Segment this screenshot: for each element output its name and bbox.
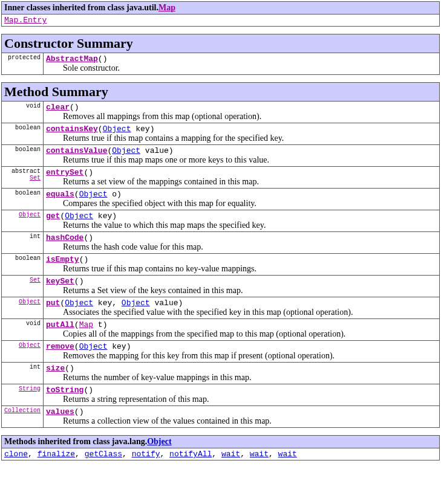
method-sig-text: key, [93,299,122,308]
method-desc: Returns true if this map contains no key… [63,264,437,274]
method-return-type-link[interactable]: Object [19,212,41,218]
constructor-link[interactable]: AbstractMap [46,54,98,63]
inherited-method-link[interactable]: wait [250,450,269,459]
method-modifier: boolean [2,189,44,210]
method-desc: Returns a Set view of the keys contained… [63,286,437,296]
method-row: Objectput(Object key, Object value)Assoc… [2,297,440,319]
method-name-link[interactable]: keySet [46,277,74,286]
method-sig-text: value) [150,299,183,308]
method-sig-text: key) [107,342,131,351]
method-name-link[interactable]: get [46,212,60,221]
method-modifier: void [2,102,44,123]
method-sig-text: () [83,233,93,242]
method-name-link[interactable]: size [46,364,65,373]
method-return-type-link[interactable]: Set [30,277,41,283]
method-name-link[interactable]: equals [46,190,74,199]
method-sig-cell: containsKey(Object key)Returns true if t… [44,123,440,145]
inherited-header: Methods inherited from class java.lang.O… [2,436,440,448]
constructor-params: () [98,54,108,63]
method-return-type-link[interactable]: String [19,386,41,392]
method-row: StringtoString()Returns a string represe… [2,384,440,406]
method-sig-text: () [74,277,84,286]
method-desc: Returns the number of key-value mappings… [63,373,437,383]
method-desc: Associates the specified value with the … [63,308,437,317]
method-sig-text: ( [74,320,79,329]
method-sig-cell: entrySet()Returns a set view of the mapp… [44,167,440,189]
method-sig-cell: values()Returns a collection view of the… [44,406,440,428]
method-sig-text: () [83,168,93,177]
method-sig-text: o) [107,190,121,199]
inner-classes-table: Inner classes inherited from class java.… [1,1,440,27]
method-name-link[interactable]: entrySet [46,168,83,177]
method-param-type-link[interactable]: Object [65,212,93,221]
method-row: Objectget(Object key)Returns the value t… [2,210,440,232]
method-row: voidputAll(Map t)Copies all of the mappi… [2,319,440,341]
method-name-link[interactable]: toString [46,386,83,395]
inherited-method-link[interactable]: finalize [38,450,75,459]
method-param-type-link[interactable]: Object [112,146,140,155]
method-return-type-link[interactable]: Object [19,299,41,305]
method-param-type-link[interactable]: Object [103,124,131,134]
method-param-type-link[interactable]: Object [122,299,150,308]
method-return-type-link[interactable]: Object [19,342,41,349]
method-return-type-link[interactable]: Collection [4,407,41,414]
constructor-sig-cell: AbstractMap()Sole constructor. [44,53,440,75]
method-name-link[interactable]: containsKey [46,124,98,134]
inherited-separator: , [269,450,278,459]
inherited-method-link[interactable]: clone [4,450,28,459]
method-row: Objectremove(Object key)Removes the mapp… [2,341,440,363]
inherited-method-link[interactable]: getClass [85,450,122,459]
method-modifier: boolean [2,123,44,145]
inherited-separator: , [122,450,132,459]
method-sig-text: key) [93,212,117,221]
method-param-type-link[interactable]: Map [79,320,93,329]
method-param-type-link[interactable]: Object [79,342,108,351]
method-row: inthashCode()Returns the hash code value… [2,232,440,254]
inner-classes-header-link[interactable]: Map [158,3,175,12]
method-modifier: String [2,384,44,406]
method-desc: Returns a set view of the mappings conta… [63,177,437,187]
method-desc: Returns true if this map maps one or mor… [63,155,437,165]
inherited-method-link[interactable]: wait [278,450,297,459]
method-name-link[interactable]: isEmpty [46,255,79,264]
method-modifier-text: boolean [15,190,41,196]
inherited-method-link[interactable]: notifyAll [169,450,212,459]
method-sig-cell: clear()Removes all mappings from this ma… [44,102,440,123]
method-name-link[interactable]: putAll [46,320,74,329]
map-entry-link[interactable]: Map.Entry [4,16,47,25]
constructor-summary-header: Constructor Summary [2,34,440,53]
method-name-link[interactable]: put [46,299,60,308]
method-modifier-text: abstract [11,168,41,175]
method-name-link[interactable]: clear [46,103,70,112]
method-sig-text: () [65,364,74,373]
inherited-method-link[interactable]: wait [221,450,240,459]
inherited-method-link[interactable]: notify [132,450,160,459]
method-return-type-link[interactable]: Set [30,175,41,181]
method-name-link[interactable]: remove [46,342,74,351]
method-sig-cell: toString()Returns a string representatio… [44,384,440,406]
method-name-link[interactable]: hashCode [46,233,83,242]
method-desc: Removes all mappings from this map (opti… [63,112,437,121]
method-modifier: int [2,232,44,254]
method-sig-text: value) [140,146,174,155]
method-modifier-text: void [26,320,41,327]
method-param-type-link[interactable]: Object [79,190,108,199]
inherited-separator: , [240,450,250,459]
method-desc: Returns a string representation of this … [63,395,437,404]
method-name-link[interactable]: containsValue [46,146,107,155]
method-sig-text: ( [74,190,79,199]
method-modifier-text: boolean [15,146,41,153]
method-row: Collectionvalues()Returns a collection v… [2,406,440,428]
method-param-type-link[interactable]: Object [65,299,93,308]
inherited-header-link[interactable]: Object [147,437,171,446]
method-summary-header: Method Summary [2,83,440,102]
method-desc: Returns the hash code value for this map… [63,242,437,252]
method-sig-cell: put(Object key, Object value)Associates … [44,297,440,319]
method-row: booleanisEmpty()Returns true if this map… [2,254,440,276]
method-sig-text: ( [98,124,103,134]
method-modifier-text: boolean [15,255,41,262]
method-row: booleancontainsValue(Object value)Return… [2,145,440,167]
method-sig-cell: isEmpty()Returns true if this map contai… [44,254,440,276]
method-name-link[interactable]: values [46,407,74,416]
method-modifier: void [2,319,44,341]
